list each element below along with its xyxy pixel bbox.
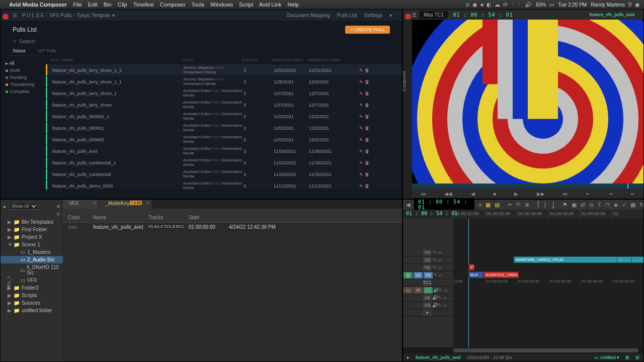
table-row[interactable]: feature_vfx_pulls_000002Assistant Editor… [46, 134, 402, 145]
menu-edit[interactable]: Edit [88, 2, 98, 8]
menu-clip[interactable]: Clip [118, 2, 127, 8]
bin-filter-select[interactable]: Show All [9, 203, 38, 210]
mark-clip-icon[interactable]: ⎢ [544, 202, 547, 208]
tab-count[interactable]: 107 Pulls [38, 46, 56, 55]
flag-icon[interactable]: ⚑ [562, 202, 568, 208]
sync-icon[interactable]: ⟳ [503, 2, 508, 8]
menu-icon[interactable]: ▪▪ [631, 191, 634, 197]
filter-pending[interactable]: Pending [3, 74, 44, 81]
tree-item[interactable]: ▭4_DNxHD 115 Src [1, 263, 63, 277]
col-modified[interactable]: MODIFIED DATE [272, 58, 307, 62]
track-header-a3[interactable]: A3🔊✎▭ [403, 302, 453, 309]
status-dot-icon[interactable]: ● [480, 2, 484, 8]
clip[interactable]: BLK [468, 272, 484, 278]
menu-bin[interactable]: Bin [104, 2, 112, 8]
tree-item[interactable]: ▶📁untitled folder [1, 307, 63, 314]
rewind-icon[interactable]: ◀◀ [444, 191, 452, 197]
col-user[interactable]: USER [182, 58, 242, 62]
close-icon[interactable] [3, 14, 9, 20]
link-pulls-list[interactable]: Pulls List [337, 13, 357, 18]
menu-script[interactable]: Script [239, 2, 253, 8]
table-row[interactable]: feature_vfx_pulls_larry_shore_1Assistant… [46, 87, 402, 99]
step-fwd-icon[interactable]: ⏭ [563, 191, 568, 197]
track-header-a2[interactable]: A2🔊✎▭ [403, 294, 453, 302]
wifi-icon[interactable]: ⋮⋮ [511, 2, 522, 8]
forward-icon[interactable]: ▶▶ [537, 191, 545, 197]
arrow-icon[interactable]: ▸ [4, 204, 6, 209]
trim-icon[interactable]: ⊓ [605, 202, 610, 208]
link-icon[interactable]: ⇄ [581, 202, 585, 208]
expand-icon[interactable]: ▸ [407, 355, 410, 360]
col-name[interactable]: Name [93, 215, 148, 220]
track-header-v4[interactable]: V4✎▭ [403, 249, 453, 256]
mark-out-icon[interactable]: ⎦ [551, 202, 554, 208]
tree-item[interactable]: ▼📁Scene 1 [1, 241, 63, 248]
filter-draft[interactable]: Draft [3, 67, 44, 74]
clip-fx[interactable]: fx [617, 256, 632, 263]
lift-icon[interactable]: ⇱ [516, 202, 521, 208]
menu-avidlink[interactable]: Avid Link [259, 2, 281, 8]
fx-icon[interactable]: ◈ [614, 202, 618, 208]
filter-transferring[interactable]: Transferring [3, 81, 44, 88]
search-icon[interactable]: ⚲ [56, 212, 60, 217]
cloud-icon[interactable]: ☁ [495, 2, 500, 8]
timeline-scrollbar[interactable] [403, 347, 643, 353]
screencast-icon[interactable]: ⎚ [466, 2, 469, 8]
col-name[interactable]: PULL NAME [51, 58, 182, 62]
table-row[interactable]: feature_vfx_pulls_larry_shoreAssistant E… [46, 99, 402, 110]
tree-item[interactable]: ▶📁Sources [1, 299, 63, 307]
link-doc-mapping[interactable]: Document Mapping [286, 13, 330, 18]
clip-name[interactable]: Mas TC1 [420, 11, 448, 19]
color-icon[interactable]: ▦ [630, 202, 635, 208]
track-header-a1[interactable]: sMA1🔊✎▭ [403, 287, 453, 294]
breadcrumb[interactable]: VFX Pulls [49, 13, 71, 18]
cut-icon[interactable]: ✂ [508, 202, 512, 208]
view-icon[interactable]: ▣ [572, 202, 577, 208]
close-icon[interactable] [405, 14, 411, 20]
tab-status[interactable]: Status [13, 46, 26, 55]
col-color[interactable]: Color [68, 215, 93, 220]
play-icon[interactable]: ▶ [514, 191, 518, 197]
close-icon[interactable]: × [93, 201, 96, 206]
position-bar[interactable] [412, 184, 643, 189]
text-icon[interactable]: T [598, 202, 601, 208]
table-row[interactable]: feature_vfx_pulls_000001Assistant Editor… [46, 122, 402, 133]
filter-complete[interactable]: Complete [3, 88, 44, 95]
bin-tab-vfx[interactable]: VFX× [63, 200, 99, 209]
insert-icon[interactable]: ▤ [495, 202, 500, 208]
track-header-tc1[interactable]: TC1 [403, 279, 453, 287]
clip[interactable]: A100C012_150413_I [484, 272, 519, 278]
tool-icon[interactable]: ⊟ [635, 355, 639, 360]
tree-item[interactable]: ▭1_Masters [1, 248, 63, 256]
menu-tools[interactable]: Tools [192, 2, 205, 8]
siri-icon[interactable]: ◉ [635, 2, 640, 8]
zoom-icon[interactable]: ⊝ [589, 202, 594, 208]
menu-timeline[interactable]: Timeline [133, 2, 154, 8]
create-pull-button[interactable]: + CREATE PULL [345, 26, 390, 34]
timeline-ruler[interactable]: 01 : 00 : 54 : 01 01:00:10:00 01:00:20:0… [403, 210, 643, 219]
track-header-v2[interactable]: V2✎▭ [403, 264, 453, 272]
breadcrumb[interactable]: P U L S E [22, 13, 44, 18]
chevron-down-icon[interactable]: ▾ [389, 13, 392, 18]
menu-icon[interactable]: ≡ [478, 202, 481, 208]
record-monitor[interactable] [412, 20, 643, 184]
table-row[interactable]: feature_vfx_pulls_larry_shore_1_1Jeremy … [46, 76, 402, 87]
table-row[interactable]: feature_vfx_pulls_continentalAssistant E… [46, 168, 402, 179]
col-transfer[interactable]: TRANSFER DATE [307, 58, 343, 62]
overwrite-icon[interactable]: ▦ [486, 202, 491, 208]
stop-icon[interactable]: ■ [493, 191, 496, 197]
close-icon[interactable]: × [146, 201, 149, 206]
step-back-icon[interactable]: ⏮ [421, 191, 426, 197]
track-header-v3[interactable]: V3✎▭ [403, 256, 453, 264]
list-icon[interactable]: ≡ [57, 204, 60, 209]
search-input[interactable] [19, 39, 83, 44]
menu-windows[interactable]: Windows [210, 2, 233, 8]
hamburger-icon[interactable]: ☰ [13, 13, 17, 18]
col-tracks[interactable]: Tracks [148, 215, 189, 220]
bin-tab-mattekeys[interactable]: _MatteKeys* 1 M× [99, 200, 152, 209]
timeline-track-area[interactable]: A098C008_140312_R1UD fx MicrosoftTeam (8… [453, 219, 643, 347]
table-row[interactable]: feature_vfx_pulls_continental_1Assistant… [46, 157, 402, 168]
spotlight-icon[interactable]: ⚲ [628, 2, 632, 8]
table-row[interactable]: feature_vfx_pulls_avidAssistant Editor f… [46, 145, 402, 156]
hamburger-icon[interactable]: ☰ [412, 12, 417, 18]
